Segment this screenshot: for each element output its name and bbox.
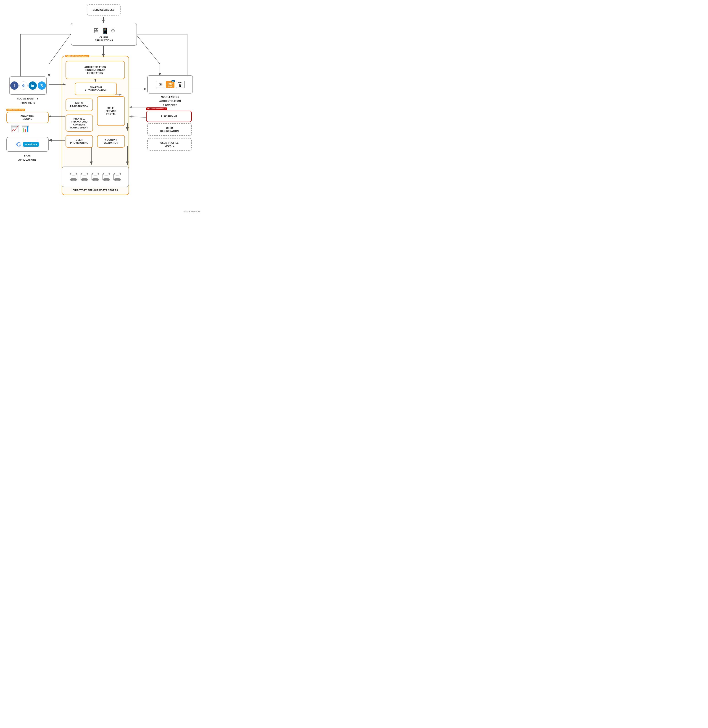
adaptive-auth-box: ADAPTIVE AUTHENTICATION <box>75 82 117 95</box>
client-applications-box: 🖥 📱 ⚙ CLIENT APPLICATIONS <box>71 23 137 46</box>
account-val-label: ACCOUNT VALIDATION <box>104 139 119 145</box>
mfa-box: ✉ fido U2F Ready SMS 📱 <box>147 75 193 94</box>
mfa-icons-row: ✉ fido U2F Ready SMS 📱 <box>156 81 184 88</box>
analytics-badge-row: WSO2 Identity Server <box>6 107 49 111</box>
user-prov-label: USER PROVISIONING <box>70 139 88 145</box>
user-reg-label: USER REGISTRATION <box>160 127 179 133</box>
architecture-diagram: SERVICE ACCESS 🖥 📱 ⚙ CLIENT APPLICATIONS… <box>0 0 206 217</box>
svg-line-13 <box>136 34 160 64</box>
fido-badge: fido U2F Ready <box>166 81 174 88</box>
wso2-is-label: WSO2 Identity Server <box>72 55 88 57</box>
adaptive-auth-label: ADAPTIVE AUTHENTICATION <box>85 86 107 92</box>
bar-chart-icon: 📊 <box>21 125 29 133</box>
db-icons-row <box>69 172 122 181</box>
auth-sso-label: AUTHENTICATION SINGLE-SIGN-ON FEDERATION <box>84 66 106 75</box>
saas-apps-label-container: SAAS APPLICATIONS <box>14 153 41 162</box>
user-profile-update-box: USER PROFILE UPDATE <box>147 138 192 151</box>
analytics-wso2-badge: WSO2 Identity Server <box>6 109 25 111</box>
db-cylinder-2 <box>80 172 89 181</box>
email-icon: ✉ <box>156 81 164 88</box>
analytics-engine-label: ANALYTICS ENGINE <box>20 114 35 120</box>
social-idp-label: SOCIAL IDENTITY PROVIDERS <box>17 97 38 104</box>
social-reg-box: SOCIAL REGISTRATION <box>65 98 93 111</box>
directory-label: DIRECTORY SERVICES/DATA STORES <box>73 189 118 192</box>
linkedin-icon: in <box>29 81 37 90</box>
social-icons-row: f G in 𝕏 <box>10 81 46 90</box>
saas-apps-box: G salesforce <box>6 137 49 152</box>
saas-apps-label: SAAS APPLICATIONS <box>18 155 36 161</box>
line-chart-icon: 📈 <box>11 125 19 133</box>
db-cylinder-5 <box>113 172 122 181</box>
auth-sso-box: AUTHENTICATION SINGLE-SIGN-ON FEDERATION <box>65 61 125 79</box>
sms-icon: SMS 📱 <box>176 81 184 88</box>
risk-engine-box: RISK ENGINE <box>146 111 192 122</box>
db-cylinder-1 <box>69 172 78 181</box>
analytics-engine-container: WSO2 Identity Server ANALYTICS ENGINE 📈 … <box>6 107 49 133</box>
mfa-label: MULTI-FACTOR AUTHENTICATION PROVIDERS <box>159 96 181 107</box>
social-idp-label-container: SOCIAL IDENTITY PROVIDERS <box>14 96 42 104</box>
wso2-is-badge: WSO2 WSO2 Identity Server <box>65 55 89 57</box>
facebook-icon: f <box>10 81 19 90</box>
client-icons-group: 🖥 📱 ⚙ <box>92 27 116 35</box>
wso2-is-badge-container: WSO2 WSO2 Identity Server <box>64 54 90 58</box>
profile-privacy-box: PROFILE, PRIVACY AND CONSENT MANAGEMENT <box>65 114 93 132</box>
google-icon: G <box>19 81 28 90</box>
service-access-label: SERVICE ACCESS <box>93 9 115 12</box>
service-access-box: SERVICE ACCESS <box>87 4 120 16</box>
user-prov-box: USER PROVISIONING <box>65 135 93 148</box>
chart-icons: 📈 📊 <box>6 125 49 133</box>
social-reg-label: SOCIAL REGISTRATION <box>70 102 88 108</box>
wso2-logo-text: WSO2 <box>67 55 71 57</box>
monitor-icon: 🖥 <box>92 27 100 35</box>
twitter-icon: 𝕏 <box>38 81 46 90</box>
salesforce-icon: salesforce <box>23 142 39 147</box>
gear-doc-icon: ⚙ <box>110 27 116 34</box>
user-reg-box: USER REGISTRATION <box>147 123 192 136</box>
risk-engine-container: WSO2 Stream Processor RISK ENGINE <box>146 106 192 122</box>
risk-engine-badge-row: WSO2 Stream Processor <box>146 106 192 110</box>
analytics-engine-box: ANALYTICS ENGINE <box>6 112 49 123</box>
db-cylinder-3 <box>91 172 100 181</box>
self-service-label: SELF- SERVICE PORTAL <box>106 107 116 116</box>
tablet-icon: 📱 <box>102 27 109 35</box>
user-profile-update-label: USER PROFILE UPDATE <box>161 142 179 148</box>
client-apps-label: CLIENT APPLICATIONS <box>95 36 113 42</box>
directory-label-container: DIRECTORY SERVICES/DATA STORES <box>62 188 129 192</box>
directory-box <box>62 166 129 187</box>
mfa-label-container: MULTI-FACTOR AUTHENTICATION PROVIDERS <box>147 95 193 107</box>
source-label: Source: WSO2 Inc. <box>183 210 201 213</box>
wso2-sp-badge: WSO2 Stream Processor <box>146 107 167 110</box>
google-saas-icon: G <box>16 141 21 148</box>
account-val-box: ACCOUNT VALIDATION <box>97 135 125 148</box>
self-service-box: SELF- SERVICE PORTAL <box>97 96 125 126</box>
db-cylinder-4 <box>102 172 111 181</box>
risk-engine-label: RISK ENGINE <box>161 115 177 118</box>
profile-privacy-label: PROFILE, PRIVACY AND CONSENT MANAGEMENT <box>70 117 88 129</box>
social-idp-box: f G in 𝕏 <box>9 77 47 95</box>
